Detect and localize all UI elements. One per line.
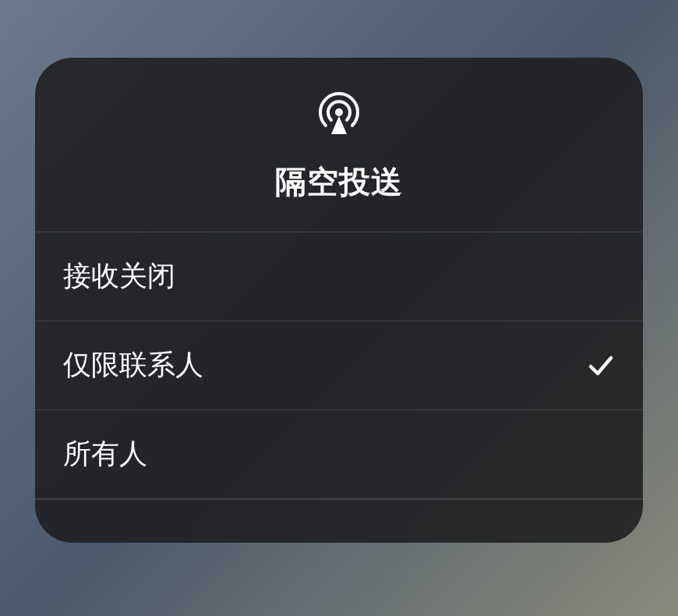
- option-everyone[interactable]: 所有人: [35, 410, 643, 499]
- svg-point-0: [335, 108, 343, 116]
- option-contacts-only[interactable]: 仅限联系人: [35, 321, 643, 410]
- panel-footer-space: [35, 499, 643, 543]
- airdrop-icon: [314, 89, 364, 139]
- option-label: 接收关闭: [63, 257, 175, 296]
- option-label: 所有人: [63, 435, 147, 473]
- airdrop-panel: 隔空投送 接收关闭 仅限联系人 所有人: [35, 58, 643, 543]
- panel-header: 隔空投送: [35, 58, 643, 232]
- checkmark-icon: [587, 352, 615, 380]
- panel-title: 隔空投送: [275, 161, 403, 204]
- option-receiving-off[interactable]: 接收关闭: [35, 232, 643, 321]
- option-label: 仅限联系人: [63, 346, 203, 384]
